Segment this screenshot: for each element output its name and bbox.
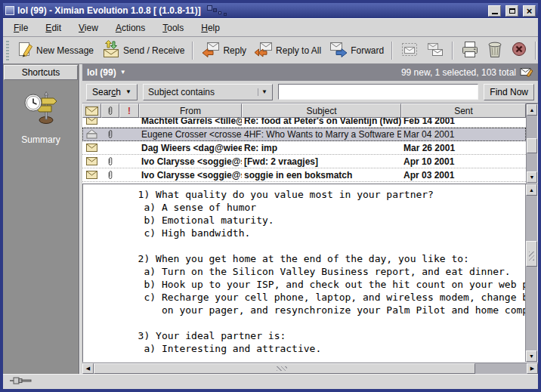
column-sent[interactable]: Sent [401, 103, 526, 118]
scroll-left-icon[interactable]: ◀ [82, 363, 94, 374]
scroll-down-icon[interactable]: ▼ [526, 350, 537, 362]
new-message-icon [17, 40, 34, 60]
search-input[interactable] [278, 84, 478, 100]
message-list: ! From Subject Sent Machtelt Garrels <ti… [82, 103, 538, 184]
window-resize-grip[interactable] [354, 389, 366, 392]
toolbar-separator [391, 42, 393, 60]
folder-status-text: 99 new, 1 selected, 103 total [401, 67, 516, 78]
search-criteria-value: Subject contains [148, 87, 253, 97]
menu-help[interactable]: Help [201, 23, 220, 33]
column-subject[interactable]: Subject [242, 103, 401, 118]
unread-envelope-icon [86, 118, 97, 125]
print-icon [461, 41, 479, 60]
toolbar-separator [452, 42, 453, 60]
table-row-selected[interactable]: Eugene Crosser <crosser... 4HF: Who Want… [82, 128, 526, 141]
find-now-button[interactable]: Find Now [484, 84, 534, 100]
minimize-button[interactable] [488, 5, 501, 17]
toolbar-separator [192, 42, 193, 60]
menu-tools[interactable]: Tools [162, 23, 184, 33]
copy-message-icon [426, 41, 444, 60]
print-button[interactable] [458, 39, 482, 63]
forward-label: Forward [351, 45, 384, 56]
column-priority[interactable]: ! [119, 103, 139, 118]
delete-button[interactable] [484, 39, 506, 63]
send-receive-button[interactable]: Send / Receive [98, 38, 187, 63]
paperclip-icon [107, 129, 113, 139]
search-menu-button[interactable]: Search ▼ [86, 84, 138, 100]
toolbar-drag-handle[interactable] [6, 41, 9, 60]
statusbar [3, 374, 538, 389]
search-criteria-select[interactable]: Subject contains ▼ [143, 84, 273, 100]
summary-label: Summary [21, 134, 60, 145]
main-area: Shortcuts Summary lol (99) ▼ 99 new, 1 s… [3, 64, 538, 374]
table-row[interactable]: Machtelt Garrels <tille@... Re: food at … [82, 118, 526, 128]
reply-button[interactable]: Reply [198, 39, 249, 63]
reply-to-all-label: Reply to All [276, 45, 321, 56]
menu-edit[interactable]: Edit [45, 23, 61, 33]
reply-icon [201, 41, 221, 60]
scrollbar-trough[interactable] [475, 363, 527, 374]
titlebar[interactable]: lol (99) - Ximian Evolution 1.0.8 [ (1.0… [3, 3, 538, 18]
table-row[interactable]: Ivo Clarysse <soggie@s... [Fwd: 2 vraagj… [82, 155, 526, 168]
copy-message-button[interactable] [423, 39, 447, 63]
column-from[interactable]: From [139, 103, 242, 118]
new-message-label: New Message [36, 45, 94, 56]
close-button[interactable]: × [523, 5, 536, 17]
shortcuts-list: Summary [3, 81, 79, 374]
paperclip-icon [107, 170, 113, 180]
paperclip-icon [107, 156, 113, 166]
chevron-down-icon: ▼ [258, 88, 270, 96]
table-row[interactable]: Dag Wieers <dag@wieer... Re: imp Mar 26 … [82, 141, 526, 155]
reply-to-all-button[interactable]: Reply to All [251, 39, 324, 63]
column-status[interactable] [82, 103, 101, 118]
shortcuts-group-button[interactable]: Shortcuts [4, 65, 78, 80]
search-menu-label: Search [92, 87, 121, 97]
table-row[interactable]: Ivo Clarysse <soggie@s... soggie in een … [82, 168, 526, 182]
scroll-up-icon[interactable]: ▲ [527, 104, 537, 116]
unread-envelope-icon [86, 157, 97, 165]
message-list-header: ! From Subject Sent [82, 103, 526, 118]
reply-label: Reply [223, 45, 246, 56]
folder-title[interactable]: lol (99) [87, 67, 116, 78]
new-message-button[interactable]: New Message [14, 38, 97, 63]
scrollbar-thumb[interactable] [526, 241, 537, 267]
toolbar: New Message Send / Receive Reply Reply t… [3, 37, 538, 64]
window-title: lol (99) - Ximian Evolution 1.0.8 [ (1.0… [17, 5, 201, 16]
forward-icon [329, 41, 348, 60]
paperclip-icon [107, 106, 113, 116]
titlebar-decoration [207, 5, 227, 17]
scroll-down-icon[interactable]: ▼ [527, 171, 537, 183]
envelope-icon [85, 106, 98, 116]
menubar: File Edit View Actions Tools Help [3, 18, 538, 37]
send-receive-label: Send / Receive [123, 45, 184, 56]
maximize-button[interactable] [505, 5, 518, 17]
menu-file[interactable]: File [14, 23, 28, 33]
preview-horizontal-scrollbar[interactable]: ◀ ▶ [82, 363, 538, 374]
content-area: lol (99) ▼ 99 new, 1 selected, 103 total… [82, 64, 538, 374]
reply-to-all-icon [254, 41, 274, 60]
forward-button[interactable]: Forward [326, 39, 387, 63]
menu-view[interactable]: View [79, 23, 98, 33]
move-message-button[interactable] [397, 39, 422, 63]
message-body: 1) What quality do you value most in you… [83, 184, 525, 362]
search-bar: Search ▼ Subject contains ▼ Find Now [82, 81, 538, 103]
scroll-up-icon[interactable]: ▲ [526, 184, 537, 196]
preview-scrollbar[interactable]: ▲ ▼ [525, 184, 537, 362]
chevron-down-icon: ▼ [125, 89, 131, 95]
summary-icon [23, 91, 59, 128]
online-status-plug-icon[interactable] [10, 376, 32, 387]
unread-envelope-icon [86, 171, 97, 179]
folder-bar: lol (99) ▼ 99 new, 1 selected, 103 total [82, 64, 538, 81]
folder-caret-icon[interactable]: ▼ [120, 69, 126, 76]
scrollbar-thumb[interactable] [94, 363, 475, 374]
menu-actions[interactable]: Actions [116, 23, 145, 33]
cancel-button[interactable] [508, 39, 530, 62]
move-message-icon [400, 41, 419, 60]
shortcut-summary[interactable]: Summary [21, 91, 60, 145]
send-receive-icon [101, 40, 121, 60]
message-list-scrollbar[interactable]: ▲ ▼ [526, 103, 538, 184]
scrollbar-thumb[interactable] [527, 138, 537, 153]
column-attachment[interactable] [101, 103, 119, 118]
scroll-right-icon[interactable]: ▶ [527, 363, 538, 374]
message-rows: Machtelt Garrels <tille@... Re: food at … [82, 118, 526, 184]
